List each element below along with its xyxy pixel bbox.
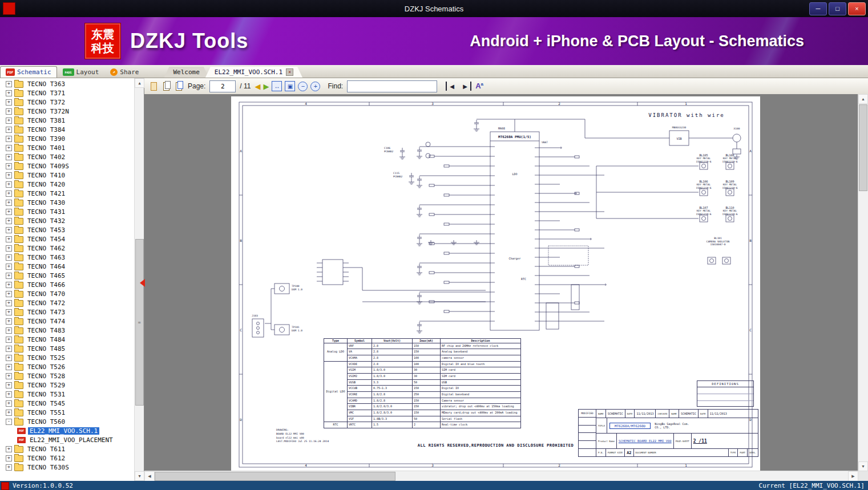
expand-toggle-icon[interactable]: +: [6, 191, 12, 197]
expand-toggle-icon[interactable]: +: [6, 464, 12, 471]
tree-item-folder[interactable]: +TECNO T384: [0, 125, 134, 134]
tree-item-folder[interactable]: +TECNO T612: [0, 453, 134, 463]
tree-item-file[interactable]: PDFEL22_MMI_VOO_PLACEMENT: [0, 435, 134, 444]
expand-toggle-icon[interactable]: +: [6, 99, 12, 106]
two-page-view-icon[interactable]: [162, 81, 171, 92]
expand-toggle-icon[interactable]: +: [6, 81, 12, 87]
expand-toggle-icon[interactable]: +: [6, 264, 12, 270]
tree-item-folder[interactable]: +TECNO T531: [0, 390, 134, 399]
next-page-icon[interactable]: ▶: [263, 83, 269, 90]
scroll-up-icon[interactable]: ▲: [135, 78, 144, 88]
expand-toggle-icon[interactable]: +: [6, 327, 12, 334]
expand-toggle-icon[interactable]: +: [6, 172, 12, 179]
tree-item-folder[interactable]: +TECNO T526: [0, 362, 134, 371]
tree-item-folder[interactable]: +TECNO T474: [0, 317, 134, 326]
tree-item-folder[interactable]: +TECNO T363: [0, 79, 134, 88]
tree-item-folder[interactable]: +TECNO T472: [0, 298, 134, 307]
zoom-out-icon[interactable]: −: [298, 82, 308, 91]
expand-toggle-icon[interactable]: +: [6, 218, 12, 224]
tree-item-folder[interactable]: +TECNO T466: [0, 280, 134, 289]
tree-item-folder[interactable]: +TECNO T462: [0, 244, 134, 253]
tree-item-folder[interactable]: +TECNO T463: [0, 253, 134, 262]
expand-toggle-icon[interactable]: +: [6, 282, 12, 288]
tree-item-folder[interactable]: +TECNO T630S: [0, 463, 134, 472]
tree-item-folder[interactable]: +TECNO T453: [0, 225, 134, 234]
find-prev-icon[interactable]: ◀: [446, 82, 457, 91]
doc-tab[interactable]: EL22_MMI_VOO.SCH.1×: [205, 67, 302, 78]
tree-item-file[interactable]: PDFEL22_MMI_VOO.SCH.1: [0, 426, 134, 435]
expand-toggle-icon[interactable]: +: [6, 163, 12, 169]
tree-item-folder[interactable]: +TECNO T611: [0, 444, 134, 453]
tree-item-folder[interactable]: +TECNO T454: [0, 234, 134, 244]
expand-toggle-icon[interactable]: +: [6, 355, 12, 361]
expand-toggle-icon[interactable]: +: [6, 446, 12, 452]
tree-item-folder[interactable]: +TECNO T372N: [0, 107, 134, 116]
font-size-icon[interactable]: Aa: [475, 82, 483, 90]
expand-toggle-icon[interactable]: +: [6, 118, 12, 124]
expand-toggle-icon[interactable]: +: [6, 254, 12, 261]
tree-item-folder[interactable]: +TECNO T473: [0, 307, 134, 317]
tree-item-folder[interactable]: +TECNO T401: [0, 143, 134, 152]
tree-item-folder[interactable]: +TECNO T381: [0, 116, 134, 125]
expand-toggle-icon[interactable]: +: [6, 136, 12, 142]
tree-item-folder[interactable]: +TECNO T420: [0, 180, 134, 189]
tree-item-folder[interactable]: +TECNO T410: [0, 171, 134, 180]
page-number-input[interactable]: [209, 80, 236, 92]
expand-toggle-icon[interactable]: +: [6, 318, 12, 325]
scroll-right-icon[interactable]: ▶: [848, 471, 858, 481]
tree-item-folder[interactable]: +TECNO T485: [0, 344, 134, 353]
expand-toggle-icon[interactable]: +: [6, 291, 12, 297]
expand-toggle-icon[interactable]: +: [6, 273, 12, 279]
expand-toggle-icon[interactable]: +: [6, 346, 12, 352]
tree-item-folder[interactable]: -TECNO T560: [0, 417, 134, 426]
expand-toggle-icon[interactable]: +: [6, 209, 12, 215]
sidebar-scroll-thumb[interactable]: ≡: [135, 239, 144, 406]
find-next-icon[interactable]: ▶: [460, 82, 471, 91]
fit-width-icon[interactable]: ↔: [272, 81, 282, 91]
expand-toggle-icon[interactable]: +: [6, 90, 12, 96]
vertical-scroll-thumb[interactable]: [859, 104, 867, 191]
tree-item-folder[interactable]: +TECNO T432: [0, 216, 134, 225]
collapse-toggle-icon[interactable]: -: [6, 419, 12, 425]
expand-toggle-icon[interactable]: +: [6, 300, 12, 306]
tree-item-folder[interactable]: +TECNO T545: [0, 399, 134, 408]
tab-share[interactable]: Share: [104, 66, 144, 78]
tree-item-folder[interactable]: +TECNO T528: [0, 371, 134, 380]
tree-item-folder[interactable]: +TECNO T431: [0, 207, 134, 216]
find-input[interactable]: [347, 80, 437, 92]
tree-item-folder[interactable]: +TECNO T484: [0, 335, 134, 344]
scroll-down-icon[interactable]: ▼: [135, 471, 144, 481]
horizontal-scrollbar[interactable]: ◀ ▶: [144, 471, 858, 481]
scroll-up-icon[interactable]: ▲: [858, 94, 868, 104]
expand-toggle-icon[interactable]: +: [6, 108, 12, 115]
tree-item-folder[interactable]: +TECNO T529: [0, 380, 134, 390]
expand-toggle-icon[interactable]: +: [6, 127, 12, 133]
tree-item-folder[interactable]: +TECNO T470: [0, 289, 134, 298]
sidebar-collapse-icon[interactable]: [140, 279, 145, 287]
expand-toggle-icon[interactable]: +: [6, 245, 12, 252]
expand-toggle-icon[interactable]: +: [6, 337, 12, 343]
maximize-button[interactable]: □: [829, 2, 846, 15]
expand-toggle-icon[interactable]: +: [6, 410, 12, 416]
close-tab-icon[interactable]: ×: [286, 68, 293, 76]
expand-toggle-icon[interactable]: +: [6, 391, 12, 398]
minimize-button[interactable]: ─: [809, 2, 827, 15]
close-button[interactable]: ×: [848, 2, 866, 15]
expand-toggle-icon[interactable]: +: [6, 236, 12, 242]
tree-item-folder[interactable]: +TECNO T464: [0, 262, 134, 271]
tree-item-folder[interactable]: +TECNO T409S: [0, 161, 134, 171]
tree-item-folder[interactable]: +TECNO T525: [0, 353, 134, 362]
tree-item-folder[interactable]: +TECNO T465: [0, 271, 134, 280]
scroll-down-icon[interactable]: ▼: [858, 461, 868, 471]
horizontal-scroll-thumb[interactable]: [155, 472, 395, 481]
expand-toggle-icon[interactable]: +: [6, 200, 12, 206]
expand-toggle-icon[interactable]: +: [6, 382, 12, 388]
tree-item-folder[interactable]: +TECNO T483: [0, 326, 134, 335]
expand-toggle-icon[interactable]: +: [6, 181, 12, 188]
tree-item-folder[interactable]: +TECNO T372: [0, 98, 134, 107]
scroll-left-icon[interactable]: ◀: [144, 471, 155, 481]
fit-page-icon[interactable]: ▣: [285, 81, 295, 91]
vertical-scrollbar[interactable]: ▲ ▼: [858, 94, 868, 471]
expand-toggle-icon[interactable]: +: [6, 309, 12, 315]
tree-item-folder[interactable]: +TECNO T371: [0, 88, 134, 98]
